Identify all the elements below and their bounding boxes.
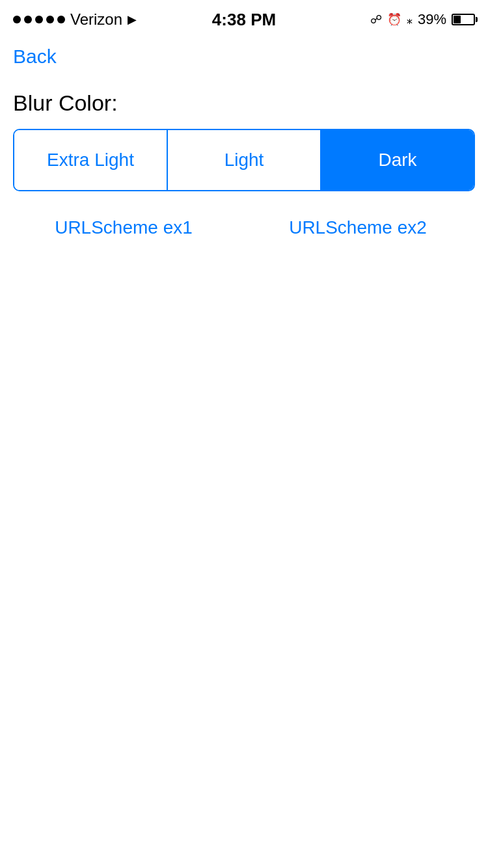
nav-bar: Back <box>0 39 488 77</box>
battery-percent: 39% <box>418 11 446 28</box>
section-title: Blur Color: <box>13 90 475 116</box>
battery-fill <box>454 16 461 23</box>
alarm-icon: ⏰ <box>387 12 401 27</box>
status-left: Verizon ▶ <box>13 10 137 29</box>
main-content: Blur Color: Extra Light Light Dark <box>0 77 488 191</box>
carrier-icon: ▶ <box>128 12 137 27</box>
signal-dots <box>13 16 65 23</box>
status-right: ☍ ⏰ ⁎ 39% <box>370 11 475 28</box>
segment-extra-light[interactable]: Extra Light <box>14 130 168 190</box>
signal-dot-5 <box>57 16 65 23</box>
status-bar: Verizon ▶ 4:38 PM ☍ ⏰ ⁎ 39% <box>0 0 488 39</box>
url-scheme-ex1-link[interactable]: URLScheme ex1 <box>7 211 241 245</box>
signal-dot-1 <box>13 16 21 23</box>
lock-rotation-icon: ☍ <box>370 12 382 27</box>
status-time: 4:38 PM <box>212 10 276 30</box>
battery-icon <box>452 14 475 25</box>
bluetooth-icon: ⁎ <box>407 12 413 27</box>
url-scheme-ex2-link[interactable]: URLScheme ex2 <box>241 211 475 245</box>
back-button[interactable]: Back <box>13 46 57 68</box>
blur-color-segmented-control: Extra Light Light Dark <box>13 129 475 191</box>
signal-dot-4 <box>46 16 54 23</box>
links-section: URLScheme ex1 URLScheme ex2 <box>0 191 488 245</box>
segment-light[interactable]: Light <box>168 130 321 190</box>
carrier-name: Verizon <box>70 10 122 29</box>
signal-dot-3 <box>35 16 43 23</box>
segment-dark[interactable]: Dark <box>321 130 474 190</box>
signal-dot-2 <box>24 16 32 23</box>
